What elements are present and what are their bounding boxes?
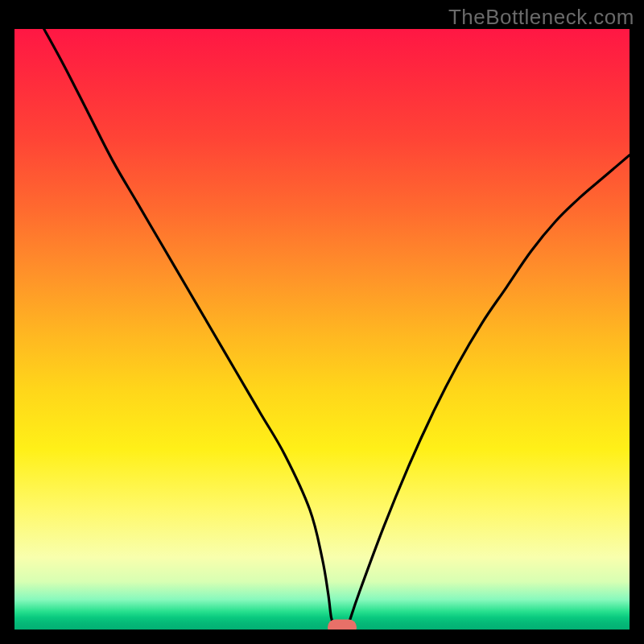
plot-area [14, 29, 630, 630]
curve-layer [14, 29, 630, 630]
optimal-marker [328, 620, 357, 630]
bottleneck-curve [44, 29, 630, 628]
watermark-text: TheBottleneck.com [448, 5, 634, 30]
chart-container: TheBottleneck.com [0, 0, 644, 644]
